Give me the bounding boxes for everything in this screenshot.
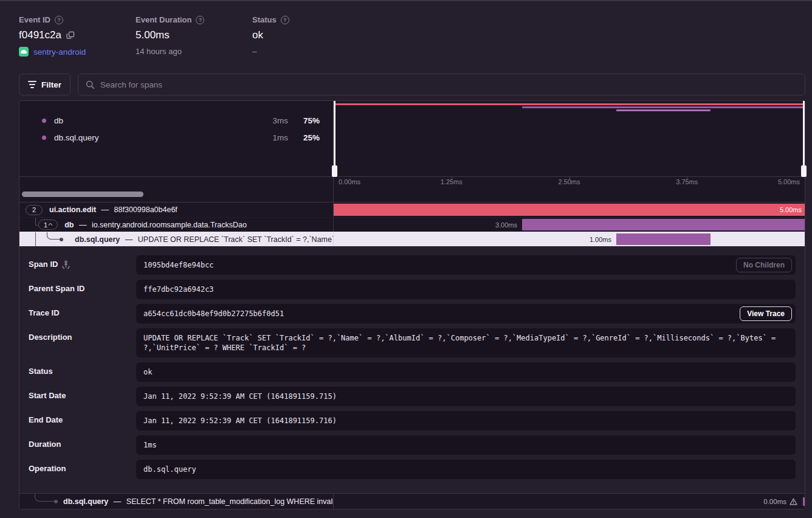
leaf-dot (60, 238, 63, 241)
span-desc: 88f300998a0b4e6f (114, 205, 177, 214)
description-value: UPDATE OR REPLACE `Track` SET `TrackId` … (143, 334, 776, 352)
search-input[interactable] (100, 80, 797, 89)
android-platform-icon (19, 47, 29, 57)
axis-tick: 0.00ms (339, 178, 360, 185)
filter-icon (28, 81, 36, 88)
span-op: db.sql.query (63, 497, 108, 506)
span-desc: io.sentry.android.roomsample.data.Tracks… (92, 221, 247, 229)
span-bar-db[interactable] (522, 219, 805, 230)
axis-tick: 2.50ms (558, 178, 580, 185)
horizontal-scrollbar-thumb[interactable] (22, 192, 143, 197)
axis-tick: 5.00ms (778, 178, 800, 185)
span-status-value: ok (143, 368, 152, 376)
description-label: Description (29, 333, 72, 342)
axis-tick: 3.75ms (676, 178, 698, 185)
view-trace-button[interactable]: View Trace (740, 306, 792, 321)
event-id-label: Event ID (19, 15, 50, 24)
search-icon (86, 80, 95, 89)
span-desc: SELECT * FROM room_table_modification_lo… (126, 497, 334, 506)
viewport-handle-right[interactable] (803, 101, 805, 176)
trace-id-label: Trace ID (29, 308, 60, 317)
span-row-root[interactable]: 2 ui.action.edit — 88f300998a0b4e6f 5.00… (19, 202, 805, 217)
duration-label: Duration (29, 440, 61, 449)
anchor-icon[interactable] (62, 260, 70, 269)
parent-span-id-value: ffe7dbc92a6942c3 (143, 285, 214, 294)
viewport-handle-left[interactable] (334, 101, 335, 176)
duration-value: 1ms (143, 441, 157, 449)
legend-item[interactable]: db.sql.query 1ms 25% (19, 129, 333, 146)
span-op: db.sql.query (75, 235, 120, 244)
span-search-box[interactable] (78, 74, 805, 95)
no-children-button[interactable]: No Children (736, 258, 792, 272)
span-op: db (64, 221, 74, 229)
span-bar-query[interactable] (616, 233, 710, 245)
tree-connector (35, 494, 54, 502)
minimap-span-db (522, 106, 805, 108)
span-duration: 0.00ms (763, 498, 786, 505)
event-id-value: f0491c2a (19, 29, 61, 41)
event-header: Event ID ? f0491c2a sentry-android Event… (0, 1, 812, 64)
help-icon[interactable]: ? (281, 16, 289, 24)
event-duration-value: 5.00ms (136, 29, 170, 41)
time-axis: 0.00ms 1.25ms 2.50ms 3.75ms 5.00ms (19, 176, 805, 187)
status-sub: – (252, 47, 256, 56)
span-duration: 5.00ms (780, 206, 805, 213)
op-percent: 75% (299, 116, 320, 125)
toolbar: Filter (19, 74, 805, 95)
parent-span-id-label: Parent Span ID (29, 284, 84, 293)
op-name: db (54, 116, 272, 125)
copy-icon[interactable] (66, 31, 75, 40)
leaf-dot (54, 500, 58, 503)
op-color-dot (42, 136, 46, 140)
span-id-value: 1095bd4ef8e94bcc (143, 261, 214, 269)
filter-button-label: Filter (41, 80, 61, 89)
project-link[interactable]: sentry-android (33, 47, 86, 57)
axis-tick: 1.25ms (441, 178, 463, 185)
span-row-query-selected[interactable]: db.sql.query — UPDATE OR REPLACE `Track`… (19, 232, 805, 246)
end-date-label: End Date (29, 415, 63, 424)
tree-connector (35, 232, 36, 246)
span-status-label: Status (29, 367, 53, 376)
span-row-sibling[interactable]: db.sql.query — SELECT * FROM room_table_… (19, 493, 805, 509)
tree-connector (47, 232, 60, 240)
trace-panel: db 3ms 75% db.sql.query 1ms 25% 0.00ms 1… (19, 100, 805, 509)
span-row-db[interactable]: 1 db — io.sentry.android.roomsample.data… (19, 217, 805, 232)
event-duration-label: Event Duration (136, 15, 191, 24)
trace-minimap[interactable] (334, 101, 805, 176)
warning-icon (790, 498, 797, 505)
op-percent: 25% (299, 133, 320, 142)
event-id-block: Event ID ? f0491c2a sentry-android (19, 15, 86, 57)
event-duration-block: Event Duration ? 5.00ms 14 hours ago (136, 15, 204, 56)
start-date-value: Jan 11, 2022 9:52:39 AM CET (1641891159.… (143, 392, 337, 401)
span-op: ui.action.edit (49, 205, 96, 214)
event-time-ago: 14 hours ago (136, 47, 182, 56)
span-detail-panel: Span ID 1095bd4ef8e94bcc No Children Par… (19, 246, 805, 493)
operation-label: Operation (29, 464, 66, 473)
status-block: Status ? ok – (252, 15, 289, 56)
tree-scrollbar-row (19, 187, 805, 202)
trace-id-value: a654cc61dc0b48ef9d0b27275b6f0d51 (143, 309, 284, 318)
op-color-dot (42, 119, 46, 123)
start-date-label: Start Date (29, 391, 66, 400)
children-toggle-pill[interactable]: 2 (26, 205, 43, 215)
children-toggle-pill[interactable]: 1 (38, 219, 58, 230)
minimap-span-root (334, 103, 805, 105)
op-time: 3ms (272, 116, 288, 125)
filter-button[interactable]: Filter (19, 74, 71, 95)
legend-item[interactable]: db 3ms 75% (19, 112, 333, 129)
status-value: ok (252, 29, 263, 41)
minimap-span-query (616, 109, 710, 111)
chevron-up-icon (48, 223, 52, 227)
op-name: db.sql.query (54, 133, 272, 142)
span-duration: 1.00ms (590, 232, 611, 246)
status-label: Status (252, 15, 277, 24)
help-icon[interactable]: ? (196, 16, 204, 24)
span-bar-root[interactable]: 5.00ms (334, 204, 805, 216)
span-duration: 3.00ms (495, 218, 517, 232)
end-date-value: Jan 11, 2022 9:52:39 AM CET (1641891159.… (143, 416, 337, 425)
span-id-label: Span ID (29, 260, 58, 269)
help-icon[interactable]: ? (55, 16, 63, 24)
tree-connector (35, 225, 38, 226)
span-bar-sibling (803, 497, 805, 506)
op-time: 1ms (272, 133, 288, 142)
